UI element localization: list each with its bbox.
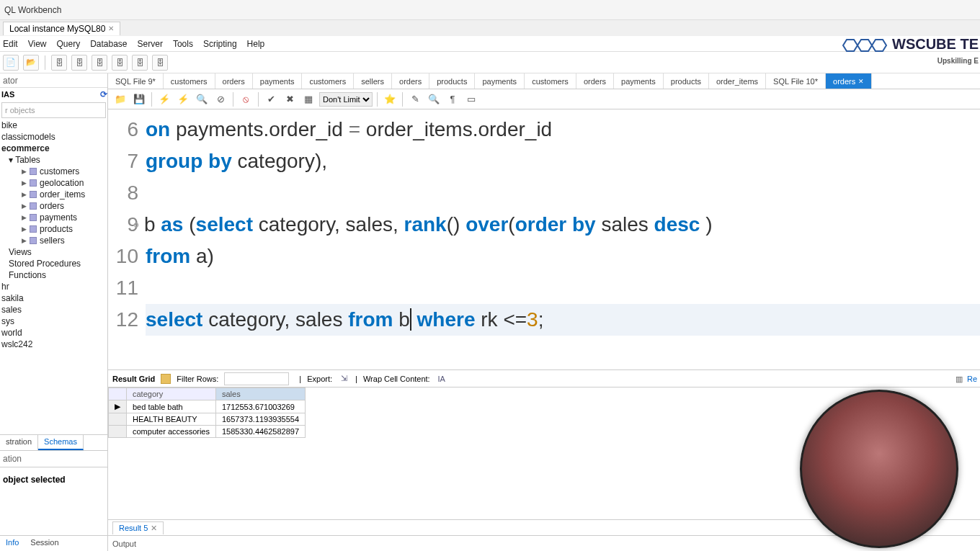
file-tab[interactable]: payments — [253, 73, 303, 89]
close-icon[interactable]: ✕ — [151, 524, 157, 533]
row-header[interactable]: ▶ — [109, 400, 127, 413]
beautify-icon[interactable]: ⭐ — [382, 91, 398, 107]
table-geolocation[interactable]: ▶geolocation — [1, 177, 107, 189]
menu-view[interactable]: View — [28, 39, 47, 49]
filter-rows-input[interactable] — [224, 372, 289, 385]
result-tab-5[interactable]: Result 5✕ — [112, 521, 164, 534]
tab-schemas[interactable]: Schemas — [38, 435, 84, 450]
grid-cell[interactable]: 1585330.4462582897 — [216, 426, 306, 438]
tab-session[interactable]: Session — [24, 536, 64, 551]
tab-administration[interactable]: stration — [0, 435, 38, 450]
snippets-icon[interactable]: ▭ — [463, 91, 479, 107]
explain-icon[interactable]: 🔍 — [194, 91, 210, 107]
file-tab[interactable]: SQL File 10* — [766, 73, 826, 89]
row-header[interactable] — [109, 426, 127, 438]
menu-server[interactable]: Server — [138, 39, 163, 49]
file-tab[interactable]: orders — [215, 73, 253, 89]
file-tab[interactable]: order_items — [709, 73, 766, 89]
file-tab[interactable]: products — [664, 73, 709, 89]
panel-toggle-icon[interactable]: ▥ — [956, 375, 963, 384]
stop-red-icon[interactable]: ⦸ — [238, 91, 254, 107]
file-tab[interactable]: orders✕ — [826, 73, 872, 89]
schema-tree[interactable]: bike classicmodels ecommerce ▾ Tables ▶c… — [0, 120, 107, 434]
tables-node[interactable]: ▾ Tables — [1, 154, 107, 166]
schema-classicmodels[interactable]: classicmodels — [1, 131, 107, 143]
stop-icon[interactable]: ⊘ — [213, 91, 228, 107]
views-node[interactable]: Views — [1, 246, 107, 258]
schema-world[interactable]: world — [1, 327, 107, 339]
file-tab[interactable]: payments — [614, 73, 664, 89]
grid-cell[interactable]: 1657373.1193935554 — [216, 413, 306, 426]
stored-procedures-node[interactable]: Stored Procedures — [1, 258, 107, 269]
schema-wslc242[interactable]: wslc242 — [1, 339, 107, 350]
refresh-icon[interactable]: ⟳ — [100, 89, 107, 99]
table-order-items[interactable]: ▶order_items — [1, 189, 107, 200]
export-icon[interactable]: ⇲ — [338, 373, 349, 385]
commit-icon[interactable]: ✔ — [263, 91, 279, 107]
functions-node[interactable]: Functions — [1, 269, 107, 281]
grid-cell[interactable]: HEALTH BEAUTY — [127, 413, 216, 426]
grid-cell[interactable]: 1712553.671003269 — [216, 400, 306, 413]
wrap-icon[interactable]: IA — [436, 373, 447, 385]
table-sellers[interactable]: ▶sellers — [1, 235, 107, 246]
menu-help[interactable]: Help — [247, 39, 265, 49]
schema-sys[interactable]: sys — [1, 315, 107, 327]
toolbar-db3-icon[interactable]: 🗄 — [92, 55, 107, 71]
column-header[interactable]: category — [127, 388, 216, 400]
menu-edit[interactable]: Edit — [3, 39, 18, 49]
table-products[interactable]: ▶products — [1, 223, 107, 235]
toolbar-db2-icon[interactable]: 🗄 — [71, 55, 87, 71]
column-header[interactable]: sales — [216, 388, 306, 400]
autocommit-icon[interactable]: ▦ — [300, 91, 316, 107]
row-header[interactable] — [109, 413, 127, 426]
close-icon[interactable]: ✕ — [858, 78, 864, 85]
file-tab[interactable]: sellers — [354, 73, 392, 89]
toolbar-db1-icon[interactable]: 🗄 — [51, 55, 67, 71]
grid-icon[interactable] — [161, 374, 171, 384]
schema-ecommerce[interactable]: ecommerce — [1, 143, 107, 154]
file-tab[interactable]: products — [429, 73, 475, 89]
grid-cell[interactable]: computer accessories — [127, 426, 216, 438]
menu-database[interactable]: Database — [90, 39, 127, 49]
file-tab[interactable]: payments — [475, 73, 525, 89]
file-tab[interactable]: orders — [576, 73, 614, 89]
file-tab[interactable]: SQL File 9* — [108, 73, 164, 89]
toolbar-open-icon[interactable]: 📂 — [23, 55, 39, 71]
menu-tools[interactable]: Tools — [173, 39, 193, 49]
search-icon[interactable]: 🔍 — [426, 91, 442, 107]
file-tab[interactable]: orders — [392, 73, 429, 89]
table-orders[interactable]: ▶orders — [1, 200, 107, 212]
execute-icon[interactable]: ⚡ — [156, 91, 172, 107]
toolbar-new-sql-icon[interactable]: 📄 — [3, 55, 19, 71]
schema-filter-input[interactable]: r objects — [1, 102, 106, 118]
save-icon[interactable]: 💾 — [131, 91, 147, 107]
limit-select[interactable]: Don't Limit — [319, 92, 373, 107]
file-tab[interactable]: customers — [525, 73, 576, 89]
code-content[interactable]: on payments.order_id = order_items.order… — [146, 114, 980, 369]
schemas-header: IAS ⟳ — [0, 88, 107, 101]
file-tab[interactable]: customers — [164, 73, 215, 89]
close-icon[interactable]: ✕ — [108, 24, 114, 32]
sql-editor[interactable]: 6789101112 on payments.order_id = order_… — [108, 109, 980, 369]
result-table[interactable]: categorysales▶bed table bath1712553.6710… — [108, 388, 306, 438]
grid-cell[interactable]: bed table bath — [127, 400, 216, 413]
brush-icon[interactable]: ✎ — [407, 91, 423, 107]
schema-sakila[interactable]: sakila — [1, 292, 107, 304]
menu-query[interactable]: Query — [56, 39, 80, 49]
menu-scripting[interactable]: Scripting — [203, 39, 237, 49]
table-customers[interactable]: ▶customers — [1, 166, 107, 177]
table-payments[interactable]: ▶payments — [1, 212, 107, 223]
toolbar-db5-icon[interactable]: 🗄 — [132, 55, 148, 71]
schema-bike[interactable]: bike — [1, 120, 107, 131]
connection-tab[interactable]: Local instance MySQL80 ✕ — [3, 22, 120, 35]
execute-current-icon[interactable]: ⚡ — [175, 91, 191, 107]
toolbar-db4-icon[interactable]: 🗄 — [112, 55, 128, 71]
file-tab[interactable]: customers — [302, 73, 354, 89]
toggle-icon[interactable]: ¶ — [445, 91, 460, 107]
open-file-icon[interactable]: 📁 — [112, 91, 128, 107]
schema-sales[interactable]: sales — [1, 304, 107, 315]
rollback-icon[interactable]: ✖ — [282, 91, 298, 107]
schema-hr[interactable]: hr — [1, 281, 107, 292]
toolbar-db6-icon[interactable]: 🗄 — [152, 55, 168, 71]
tab-info[interactable]: Info — [0, 536, 24, 551]
